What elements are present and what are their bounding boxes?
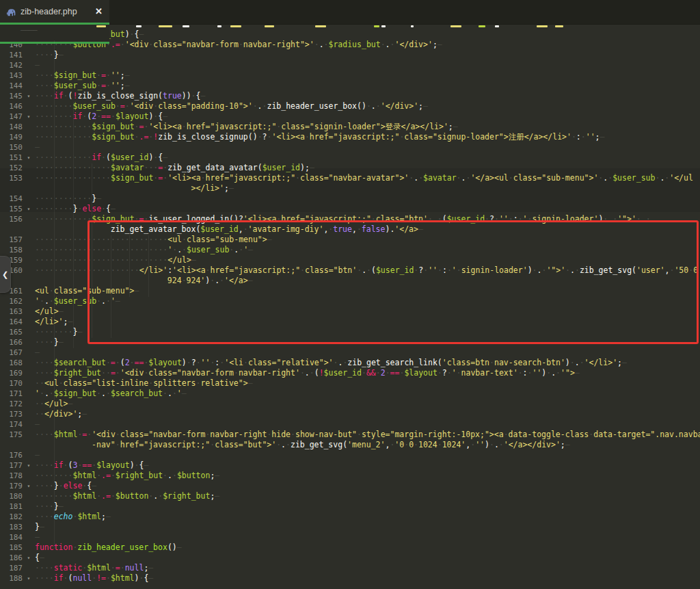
code-row: 180········$html·.=·$button·.·$right_but… [0, 491, 700, 501]
clipped-line-fragment [230, 25, 241, 27]
line-number: 182 [0, 512, 23, 522]
code-row: 147▾········if·(2·==·$layout)·{– [0, 112, 700, 122]
code-row: 167– [0, 348, 700, 358]
clipped-line-fragment [136, 25, 142, 27]
line-number: 174 [0, 419, 23, 430]
code-row: 171—————————————————————————————————————… [0, 389, 700, 399]
fold-arrow-icon[interactable]: ▾ [23, 573, 35, 584]
code-row: 145▾····if·(!zib_is_close_sign(true))·{– [0, 91, 700, 101]
code-row: 174– [0, 419, 700, 430]
code-row: 172————————————————————————————————··</u… [0, 399, 700, 409]
code-row: 144····$user_sub·=·'';– [0, 81, 700, 91]
code-row: 152················$avatar···=·zib_get_d… [0, 163, 700, 173]
indent-guide [148, 235, 149, 297]
line-number: 170 [0, 378, 23, 389]
code-area[interactable]: 138–139▾····if·($radius_but)·{–140······… [0, 25, 700, 589]
line-number: 158 [0, 245, 23, 255]
line-number: 142 [0, 60, 23, 70]
line-number: 152 [0, 163, 23, 173]
code-rows: 138–139▾····if·($radius_but)·{–140······… [0, 25, 700, 584]
line-number: 148 [0, 122, 23, 132]
code-row: 156············$sign_but·=·is_user_logge… [0, 214, 700, 224]
line-number: 171 [0, 389, 23, 399]
line-number: 165 [0, 327, 23, 337]
code-row: 183}– [0, 522, 700, 532]
line-number: 183 [0, 522, 23, 532]
indent-guide [92, 163, 92, 338]
line-number: 150 [0, 142, 23, 153]
code-row: 177▾····if·(3·==·$layout)·{– [0, 460, 700, 471]
code-row: 160······················</li>':'<li><a·… [0, 265, 700, 276]
line-number: 177 [0, 460, 23, 471]
code-row: ></li>';– [0, 183, 700, 194]
line-number: 162 [0, 296, 23, 306]
code-row: 159····························</ul>– [0, 255, 700, 265]
indent-guide [129, 235, 130, 297]
line-number: 163 [0, 306, 23, 317]
line-number: 172 [0, 399, 23, 409]
fold-arrow-icon[interactable]: ▾ [23, 204, 35, 214]
line-number: 169 [0, 368, 23, 378]
line-number: 154 [0, 194, 23, 204]
line-number: 153 [0, 173, 23, 183]
clipped-line-fragment [374, 25, 379, 27]
clipped-line-fragment [495, 25, 499, 27]
tab-zib-header-php[interactable]: zib-header.php ✕ [0, 0, 109, 25]
code-row: 924·924')·.·'</a>– [0, 276, 700, 286]
fold-arrow-icon[interactable]: ▾ [23, 112, 35, 122]
line-number: 155 [0, 204, 23, 214]
fold-arrow-icon[interactable]: ▾ [23, 553, 35, 563]
clipped-line-fragment [183, 25, 189, 27]
tab-bar: zib-header.php ✕ [0, 0, 700, 25]
code-row: 161————————————————————————————<ul·class… [0, 286, 700, 296]
indent-guide [54, 40, 55, 549]
line-number: 186 [0, 553, 23, 563]
line-number: 164 [0, 317, 23, 327]
fold-arrow-icon[interactable]: ▾ [23, 460, 35, 471]
line-number: 181 [0, 501, 23, 512]
code-row: 164————————————————————————</li>';– [0, 317, 700, 327]
code-row: 143····$sign_but·=·'';– [0, 70, 700, 81]
line-number: 151 [0, 153, 23, 163]
line-number: 147 [0, 112, 23, 122]
fold-arrow-icon[interactable]: ▾ [23, 153, 35, 163]
code-row: 187····static·$html·=·null;– [0, 563, 700, 573]
code-row: zib_get_avatar_box($user_id,·'avatar-img… [0, 224, 700, 235]
line-number: 146 [0, 101, 23, 112]
line-number: 175 [0, 430, 23, 440]
code-row: 150– [0, 142, 700, 153]
code-row: 151▾············if·($user_id)·{– [0, 153, 700, 163]
line-number: 176 [0, 450, 23, 460]
close-icon[interactable]: ✕ [95, 6, 103, 16]
clipped-line-fragment [159, 25, 172, 27]
line-number: 145 [0, 91, 23, 101]
code-row: 186▾{– [0, 553, 700, 563]
php-elephant-icon [5, 7, 17, 17]
clipped-line-fragment [381, 25, 386, 27]
line-number: 157 [0, 235, 23, 245]
line-number: 166 [0, 337, 23, 348]
line-number: 178 [0, 471, 23, 481]
line-number: 188 [0, 573, 23, 584]
chevron-left-icon: ❮ [2, 270, 8, 279]
clipped-line-fragment [537, 25, 548, 27]
line-number: 180 [0, 491, 23, 501]
clipped-line-fragment [217, 25, 221, 27]
side-panel-toggle[interactable]: ❮ [0, 256, 11, 293]
code-row: 165········}– [0, 327, 700, 337]
code-row: 179▾····}·else·{– [0, 481, 700, 491]
code-row: 157····························<ul·class… [0, 235, 700, 245]
clipped-line-fragment [411, 25, 414, 27]
code-row: 146········$user_sub·=·'<div·class="padd… [0, 101, 700, 112]
line-number: 187 [0, 563, 23, 573]
code-row: 170————————————————————————————————··<ul… [0, 378, 700, 389]
code-row: 182····echo·$html;– [0, 512, 700, 522]
code-row: 149············$sign_but·.=·!zib_is_clos… [0, 132, 700, 142]
code-row: 154············}– [0, 194, 700, 204]
code-row: 176– [0, 450, 700, 460]
fold-arrow-icon[interactable]: ▾ [23, 91, 35, 101]
fold-arrow-icon[interactable]: ▾ [23, 481, 35, 491]
line-number: 143 [0, 70, 23, 81]
line-number: 168 [0, 358, 23, 368]
code-row: 166····}– [0, 337, 700, 348]
